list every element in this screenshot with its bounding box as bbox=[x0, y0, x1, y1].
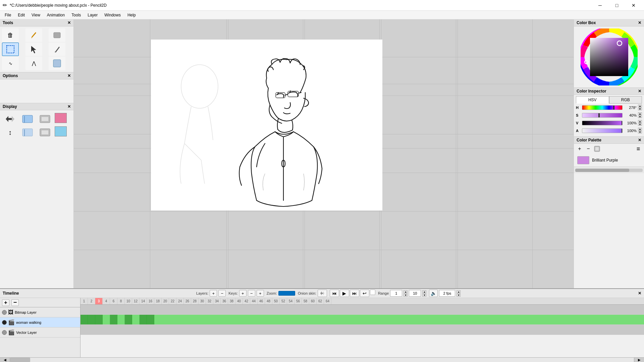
frame-12[interactable]: 12 bbox=[132, 298, 140, 304]
fps-spinbox[interactable]: ▲ ▼ bbox=[457, 290, 461, 297]
pointer-tool[interactable] bbox=[25, 43, 42, 56]
pencil-tool[interactable]: ∿ bbox=[2, 57, 19, 70]
track-key-9[interactable] bbox=[140, 315, 147, 324]
alpha-spinbox[interactable]: ▲ ▼ bbox=[638, 128, 642, 133]
alpha-down-button[interactable]: ▼ bbox=[638, 131, 642, 133]
hue-up-button[interactable]: ▲ bbox=[638, 105, 642, 107]
add-layer-plus-button[interactable]: + bbox=[2, 299, 9, 306]
scroll-thumb[interactable] bbox=[10, 358, 30, 362]
menu-view[interactable]: View bbox=[28, 11, 44, 19]
frame-34[interactable]: 34 bbox=[213, 298, 221, 304]
vector-layer-row[interactable]: 🎬 Vector Layer bbox=[0, 327, 80, 338]
range-end-spinbox[interactable]: ▲ ▼ bbox=[422, 290, 426, 297]
menu-layer[interactable]: Layer bbox=[84, 11, 101, 19]
frame-28[interactable]: 28 bbox=[191, 298, 199, 304]
bitmap-layer-track[interactable] bbox=[80, 305, 644, 315]
tab-hsv[interactable]: HSV bbox=[576, 96, 609, 104]
onion-layer-button[interactable] bbox=[38, 113, 52, 125]
color-wheel[interactable] bbox=[581, 28, 638, 85]
frame-64[interactable]: 64 bbox=[324, 298, 331, 304]
hue-slider[interactable] bbox=[582, 105, 623, 110]
canvas-area[interactable] bbox=[74, 19, 574, 288]
track-key-3[interactable] bbox=[95, 315, 103, 324]
transport-loop-button[interactable]: ↩ bbox=[360, 290, 369, 297]
frame-36[interactable]: 36 bbox=[221, 298, 228, 304]
frame-54[interactable]: 54 bbox=[287, 298, 294, 304]
track-key-5[interactable] bbox=[110, 315, 117, 324]
eraser-tool[interactable]: 🗑 bbox=[2, 28, 19, 42]
track-key-2[interactable] bbox=[88, 315, 95, 324]
selection-tool[interactable] bbox=[2, 43, 19, 56]
frame-20[interactable]: 20 bbox=[162, 298, 169, 304]
color-wheel-svg[interactable] bbox=[581, 28, 638, 85]
track-key-10[interactable] bbox=[147, 315, 154, 324]
sound-button[interactable]: 🔈 bbox=[429, 290, 438, 297]
val-down-button[interactable]: ▼ bbox=[638, 123, 642, 126]
fill-tool[interactable] bbox=[49, 57, 65, 70]
remove-layer-minus-button[interactable]: − bbox=[11, 299, 19, 306]
frame-4[interactable]: 4 bbox=[103, 298, 110, 304]
sat-up-button[interactable]: ▲ bbox=[638, 112, 642, 115]
remove-layer-button[interactable]: − bbox=[218, 290, 226, 297]
color-palette-close-button[interactable]: ✕ bbox=[638, 138, 641, 142]
frame-2[interactable]: 2 bbox=[88, 298, 95, 304]
key-add-button[interactable]: + bbox=[239, 290, 247, 297]
range-end-up[interactable]: ▲ bbox=[422, 290, 426, 293]
add-layer-button[interactable]: + bbox=[210, 290, 217, 297]
range-start-down[interactable]: ▼ bbox=[404, 294, 408, 297]
vector-layer-track[interactable] bbox=[80, 325, 644, 335]
menu-tools[interactable]: Tools bbox=[68, 11, 84, 19]
color-inspector-close-button[interactable]: ✕ bbox=[638, 89, 641, 94]
val-spinbox[interactable]: ▲ ▼ bbox=[638, 120, 642, 126]
frame-8[interactable]: 8 bbox=[117, 298, 125, 304]
key-remove-button[interactable]: − bbox=[248, 290, 255, 297]
palette-scrollbar[interactable] bbox=[574, 167, 644, 173]
frame-56[interactable]: 56 bbox=[294, 298, 302, 304]
maximize-button[interactable]: □ bbox=[609, 0, 625, 11]
bitmap-layer-visibility[interactable] bbox=[2, 310, 7, 315]
frame-58[interactable]: 58 bbox=[302, 298, 309, 304]
menu-windows[interactable]: Windows bbox=[101, 11, 124, 19]
palette-scroll-thumb[interactable] bbox=[575, 169, 629, 172]
onion-next-button[interactable] bbox=[20, 126, 35, 138]
color-wheel-container[interactable] bbox=[574, 26, 644, 87]
track-key-1[interactable] bbox=[80, 315, 88, 324]
drawing-canvas[interactable] bbox=[151, 40, 382, 210]
range-start-up[interactable]: ▲ bbox=[404, 290, 408, 293]
frame-24[interactable]: 24 bbox=[176, 298, 184, 304]
fps-input[interactable] bbox=[439, 290, 455, 297]
display-close-button[interactable]: ✕ bbox=[67, 104, 71, 109]
frame-42[interactable]: 42 bbox=[243, 298, 250, 304]
transport-first-button[interactable]: ⏮ bbox=[330, 290, 339, 297]
range-end-down[interactable]: ▼ bbox=[422, 294, 426, 297]
frame-26[interactable]: 26 bbox=[184, 298, 191, 304]
frame-38[interactable]: 38 bbox=[228, 298, 235, 304]
palette-menu-button[interactable]: ≡ bbox=[635, 145, 642, 153]
color-box-close-button[interactable]: ✕ bbox=[638, 20, 641, 25]
brush-tool[interactable] bbox=[25, 28, 42, 42]
frame-30[interactable]: 30 bbox=[199, 298, 206, 304]
track-fill-6[interactable] bbox=[117, 315, 125, 324]
val-up-button[interactable]: ▲ bbox=[638, 120, 642, 123]
pen-tool[interactable] bbox=[49, 43, 65, 56]
palette-swatch-button[interactable] bbox=[593, 145, 601, 153]
palette-add-button[interactable]: + bbox=[576, 145, 583, 153]
frame-14[interactable]: 14 bbox=[140, 298, 147, 304]
fps-down[interactable]: ▼ bbox=[457, 294, 461, 297]
range-start-spinbox[interactable]: ▲ ▼ bbox=[404, 290, 408, 297]
key-duplicate-button[interactable]: + bbox=[257, 290, 264, 297]
minimize-button[interactable]: ─ bbox=[592, 0, 608, 11]
woman-walking-layer-visibility[interactable] bbox=[2, 320, 7, 325]
hue-down-button[interactable]: ▼ bbox=[638, 108, 642, 110]
menu-animation[interactable]: Animation bbox=[44, 11, 68, 19]
alpha-up-button[interactable]: ▲ bbox=[638, 128, 642, 130]
menu-file[interactable]: File bbox=[1, 11, 14, 19]
move-vertical-button[interactable]: ↕ bbox=[3, 126, 17, 138]
bitmap-layer-row[interactable]: 🖼 Bitmap Layer bbox=[0, 307, 80, 317]
frame-40[interactable]: 40 bbox=[235, 298, 243, 304]
transport-play-button[interactable]: ▶ bbox=[340, 290, 349, 297]
layer-icon-2[interactable] bbox=[38, 126, 52, 138]
options-close-button[interactable]: ✕ bbox=[67, 73, 71, 78]
woman-walking-track[interactable] bbox=[80, 315, 644, 325]
frame-46[interactable]: 46 bbox=[258, 298, 265, 304]
